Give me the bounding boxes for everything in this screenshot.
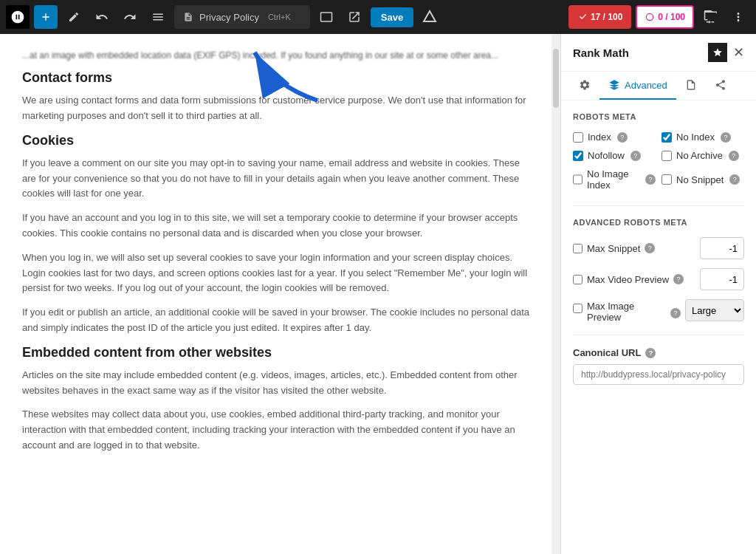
svg-marker-0 xyxy=(424,11,436,21)
robots-meta-title: ROBOTS META xyxy=(573,112,744,121)
no-archive-checkbox-item: No Archive ? xyxy=(662,150,744,161)
main-area: ...at an image with embedded location da… xyxy=(0,34,756,554)
cookies-text-2: If you have an account and you log in to… xyxy=(22,211,529,242)
cookies-heading: Cookies xyxy=(22,133,529,148)
close-button[interactable]: ✕ xyxy=(733,46,744,59)
cookies-text-3: When you log in, we will also set up sev… xyxy=(22,250,529,296)
max-snippet-input[interactable] xyxy=(700,237,744,259)
no-snippet-checkbox-item: No Snippet ? xyxy=(662,168,744,191)
no-image-index-checkbox-item: No Image Index ? xyxy=(573,168,656,191)
sidebar-header: Rank Math ✕ xyxy=(561,34,756,72)
no-archive-wrapper: No Archive ? xyxy=(662,150,744,161)
max-video-preview-input[interactable] xyxy=(700,268,744,290)
wp-logo xyxy=(6,5,30,29)
svg-point-1 xyxy=(647,13,653,20)
top-blurred-text: ...at an image with embedded location da… xyxy=(22,49,529,63)
advanced-robots-title: ADVANCED ROBOTS META xyxy=(573,218,744,227)
undo-button[interactable] xyxy=(90,5,114,29)
seo-score-button[interactable]: 17 / 100 xyxy=(568,5,631,29)
no-index-checkbox-item: No Index ? xyxy=(662,131,744,143)
external-link-button[interactable] xyxy=(343,5,366,29)
contact-forms-heading: Contact forms xyxy=(22,70,529,86)
divider xyxy=(573,205,744,206)
sidebar-content: ROBOTS META Index ? No Index ? Nofo xyxy=(561,100,756,554)
sidebar-tabs: Advanced xyxy=(561,72,756,100)
max-snippet-checkbox[interactable] xyxy=(573,244,583,253)
max-video-preview-row: Max Video Preview ? xyxy=(573,268,744,290)
redo-button[interactable] xyxy=(118,5,142,29)
no-archive-checkbox[interactable] xyxy=(662,151,672,161)
nofollow-label: Nofollow xyxy=(588,150,625,161)
preview-button[interactable] xyxy=(315,5,338,29)
more-options-button[interactable] xyxy=(726,5,750,29)
canonical-help-icon[interactable]: ? xyxy=(645,348,656,358)
max-video-preview-label: Max Video Preview ? xyxy=(587,274,695,285)
nofollow-help-icon[interactable]: ? xyxy=(630,151,641,161)
no-image-index-checkbox[interactable] xyxy=(573,174,583,185)
tab-advanced-label: Advanced xyxy=(625,80,667,91)
nofollow-checkbox[interactable] xyxy=(573,151,583,161)
save-button[interactable]: Save xyxy=(371,7,413,27)
no-snippet-help-icon[interactable]: ? xyxy=(729,174,740,185)
tab-social[interactable] xyxy=(706,72,735,100)
max-snippet-row: Max Snippet ? xyxy=(573,237,744,259)
split-view-button[interactable] xyxy=(698,5,722,29)
index-help-icon[interactable]: ? xyxy=(617,132,628,143)
content-area: ...at an image with embedded location da… xyxy=(0,34,551,554)
keyboard-shortcut: Ctrl+K xyxy=(268,13,291,21)
sidebar-header-right: ✕ xyxy=(708,43,744,62)
max-video-preview-checkbox[interactable] xyxy=(573,275,583,284)
no-archive-help-icon[interactable]: ? xyxy=(729,151,739,161)
star-button[interactable] xyxy=(708,43,727,62)
embedded-text-2: These websites may collect data about yo… xyxy=(22,407,529,453)
embedded-text-1: Articles on the site may include embedde… xyxy=(22,368,529,399)
tab-schema[interactable] xyxy=(676,72,706,100)
pen-button[interactable] xyxy=(62,5,86,29)
max-snippet-label: Max Snippet ? xyxy=(587,243,695,254)
nofollow-checkbox-item: Nofollow ? xyxy=(573,150,656,161)
no-index-help-icon[interactable]: ? xyxy=(721,132,731,143)
robots-meta-grid: Index ? No Index ? Nofollow ? xyxy=(573,131,744,191)
max-video-preview-help-icon[interactable]: ? xyxy=(673,274,684,284)
max-snippet-help-icon[interactable]: ? xyxy=(645,243,655,253)
canonical-label: Canonical URL ? xyxy=(573,347,744,358)
no-archive-label: No Archive xyxy=(676,150,723,161)
no-image-index-label: No Image Index xyxy=(587,168,639,191)
no-image-index-help-icon[interactable]: ? xyxy=(645,174,656,185)
index-checkbox-item: Index ? xyxy=(573,131,656,143)
no-index-label: No Index xyxy=(676,131,715,143)
max-image-preview-checkbox[interactable] xyxy=(573,304,583,313)
max-image-preview-help-icon[interactable]: ? xyxy=(670,308,681,318)
readability-score-button[interactable]: 0 / 100 xyxy=(636,5,694,29)
canonical-input[interactable] xyxy=(573,364,744,385)
add-button[interactable] xyxy=(34,5,58,29)
index-checkbox[interactable] xyxy=(573,132,583,143)
max-image-preview-select[interactable]: None Standard Large xyxy=(685,299,744,321)
cookies-text-4: If you edit or publish an article, an ad… xyxy=(22,305,529,336)
rank-math-sidebar: Rank Math ✕ Advanced xyxy=(560,34,756,554)
aioseo-icon xyxy=(418,5,441,29)
canonical-section: Canonical URL ? xyxy=(573,347,744,385)
max-image-preview-label: Max Image Preview ? xyxy=(587,301,681,323)
tab-settings[interactable] xyxy=(570,72,599,100)
title-area: Privacy Policy Ctrl+K xyxy=(174,5,310,29)
no-index-checkbox[interactable] xyxy=(662,132,672,143)
sidebar-title: Rank Math xyxy=(573,47,629,59)
no-snippet-label: No Snippet xyxy=(676,174,724,185)
document-title: Privacy Policy xyxy=(199,12,259,23)
toolbar: Privacy Policy Ctrl+K Save 17 / 100 0 / … xyxy=(0,0,756,34)
tab-advanced[interactable]: Advanced xyxy=(599,72,676,100)
index-label: Index xyxy=(588,131,611,143)
divider-2 xyxy=(573,335,744,335)
embedded-heading: Embedded content from other websites xyxy=(22,345,529,360)
no-snippet-checkbox[interactable] xyxy=(662,174,672,185)
scroll-thumb[interactable] xyxy=(553,49,559,108)
scrollbar[interactable] xyxy=(551,34,560,554)
max-image-preview-row: Max Image Preview ? None Standard Large xyxy=(573,299,744,323)
cookies-text-1: If you leave a comment on our site you m… xyxy=(22,156,529,202)
list-view-button[interactable] xyxy=(146,5,170,29)
contact-forms-text: We are using contact forms and data form… xyxy=(22,93,529,124)
